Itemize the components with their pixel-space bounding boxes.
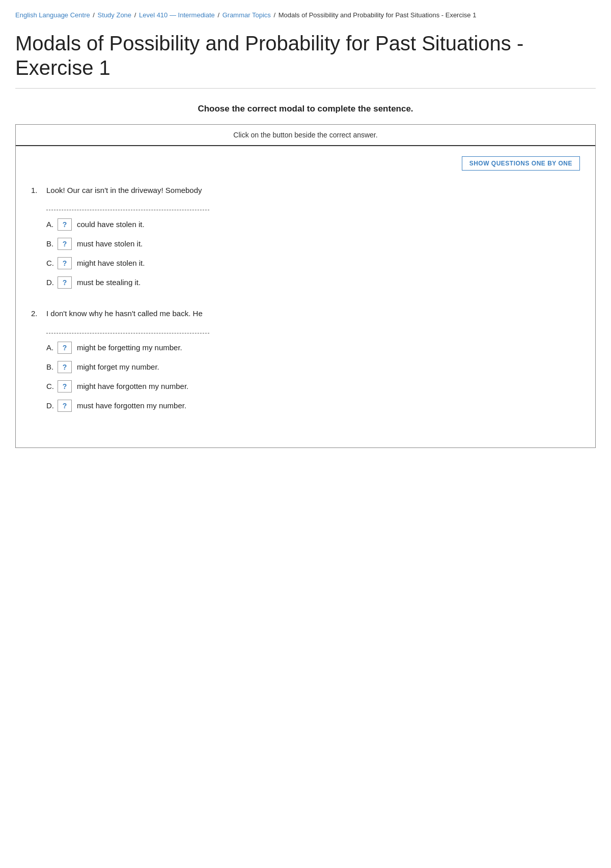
option-letter: B. (46, 362, 58, 371)
option-2a-text: might be forgetting my number. (77, 343, 182, 352)
option-letter: C. (46, 382, 58, 390)
breadcrumb-separator: / (134, 11, 138, 19)
option-1b-text: must have stolen it. (77, 239, 143, 248)
option-1c-button[interactable]: ? (58, 257, 72, 269)
list-item: C. ? might have forgotten my number. (46, 380, 580, 393)
option-2c-text: might have forgotten my number. (77, 382, 188, 390)
question-block-2: 2. I don't know why he hasn't called me … (31, 309, 580, 412)
breadcrumb-current: Modals of Possibility and Probability fo… (279, 11, 477, 19)
list-item: D. ? must be stealing it. (46, 276, 580, 289)
question-1-text: Look! Our car isn't in the driveway! Som… (46, 186, 202, 194)
question-1-options: A. ? could have stolen it. B. ? must hav… (46, 218, 580, 289)
question-2-header: 2. I don't know why he hasn't called me … (31, 309, 580, 321)
option-1a-button[interactable]: ? (58, 218, 72, 231)
instruction-bar: Click on the button beside the correct a… (16, 125, 595, 146)
breadcrumb-link-level[interactable]: Level 410 — Intermediate (139, 11, 215, 19)
list-item: B. ? might forget my number. (46, 361, 580, 373)
breadcrumb-separator: / (93, 11, 96, 19)
option-letter: A. (46, 220, 58, 229)
show-btn-row: SHOW QUESTIONS ONE BY ONE (31, 156, 580, 171)
breadcrumb-link-studyzone[interactable]: Study Zone (98, 11, 132, 19)
show-questions-button[interactable]: SHOW QUESTIONS ONE BY ONE (462, 156, 580, 171)
page-title: Modals of Possibility and Probability fo… (15, 31, 596, 89)
click-instruction-text: Click on the button beside the correct a… (233, 131, 377, 139)
list-item: A. ? could have stolen it. (46, 218, 580, 231)
exercise-content: SHOW QUESTIONS ONE BY ONE 1. Look! Our c… (16, 146, 595, 447)
list-item: C. ? might have stolen it. (46, 257, 580, 269)
breadcrumb: English Language Centre / Study Zone / L… (15, 10, 596, 21)
option-1d-button[interactable]: ? (58, 276, 72, 289)
question-1-blank (46, 202, 209, 210)
breadcrumb-link-elc[interactable]: English Language Centre (15, 11, 90, 19)
option-letter: D. (46, 278, 58, 287)
option-1c-text: might have stolen it. (77, 259, 145, 267)
list-item: A. ? might be forgetting my number. (46, 342, 580, 354)
exercise-box: Click on the button beside the correct a… (15, 124, 596, 448)
option-2d-button[interactable]: ? (58, 400, 72, 412)
option-letter: C. (46, 259, 58, 267)
option-1a-text: could have stolen it. (77, 220, 145, 229)
option-letter: B. (46, 239, 58, 248)
question-block-1: 1. Look! Our car isn't in the driveway! … (31, 186, 580, 289)
question-1-header: 1. Look! Our car isn't in the driveway! … (31, 186, 580, 198)
question-2-options: A. ? might be forgetting my number. B. ?… (46, 342, 580, 412)
breadcrumb-link-grammar[interactable]: Grammar Topics (223, 11, 271, 19)
question-1-number: 1. (31, 186, 41, 194)
question-2-text: I don't know why he hasn't called me bac… (46, 309, 203, 318)
breadcrumb-separator: / (273, 11, 277, 19)
list-item: D. ? must have forgotten my number. (46, 400, 580, 412)
option-1b-button[interactable]: ? (58, 238, 72, 250)
list-item: B. ? must have stolen it. (46, 238, 580, 250)
option-letter: A. (46, 343, 58, 352)
option-1d-text: must be stealing it. (77, 278, 141, 287)
option-2b-text: might forget my number. (77, 362, 159, 371)
option-2a-button[interactable]: ? (58, 342, 72, 354)
option-2d-text: must have forgotten my number. (77, 401, 186, 410)
option-2b-button[interactable]: ? (58, 361, 72, 373)
question-2-number: 2. (31, 309, 41, 318)
option-letter: D. (46, 401, 58, 410)
option-2c-button[interactable]: ? (58, 380, 72, 393)
exercise-instruction: Choose the correct modal to complete the… (15, 104, 596, 114)
breadcrumb-separator: / (217, 11, 221, 19)
question-2-blank (46, 325, 209, 333)
